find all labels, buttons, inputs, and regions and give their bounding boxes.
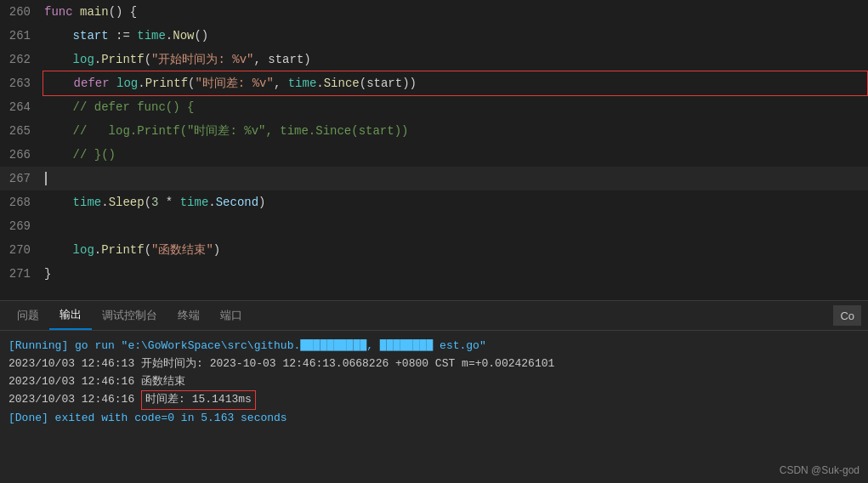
code-line: 262 log.Printf("开始时间为: %v", start) [0, 48, 868, 71]
code-line: 268 time.Sleep(3 * time.Second) [0, 190, 868, 214]
line-number: 267 [0, 167, 44, 190]
token: . [166, 29, 173, 43]
code-line: 269 [0, 214, 868, 238]
token: . [94, 53, 101, 66]
line-number: 265 [0, 119, 44, 143]
code-line: 270 log.Printf("函数结束") [0, 238, 868, 262]
line-content: func main() { [44, 0, 868, 24]
line-content: } [44, 262, 868, 286]
token: ) [213, 243, 220, 257]
token: time [288, 77, 317, 90]
line-content: defer log.Printf("时间差: %v", time.Since(s… [43, 71, 868, 96]
token: () [194, 29, 208, 43]
line-number: 261 [0, 24, 44, 48]
output-line: 2023/10/03 12:46:13 开始时间为: 2023-10-03 12… [9, 355, 859, 373]
token: . [316, 77, 323, 90]
panel: 问题输出调试控制台终端端口 Co [Running] go run "e:\Go… [0, 300, 868, 483]
token: () { [109, 5, 138, 19]
token: // log [44, 124, 130, 138]
token: // defer func() { [44, 100, 194, 114]
line-number: 266 [0, 143, 44, 167]
output-line: 2023/10/03 12:46:16 函数结束 [9, 373, 859, 391]
line-number: 269 [0, 214, 44, 238]
token: (start)) [360, 77, 417, 90]
token: main [80, 5, 109, 19]
token: Printf [101, 243, 144, 257]
code-line: 260func main() { [0, 0, 868, 24]
token: * [158, 196, 179, 209]
token: ( [145, 53, 151, 66]
line-content: // }() [44, 143, 868, 167]
line-content: log.Printf("开始时间为: %v", start) [44, 48, 868, 71]
token: ( [145, 243, 151, 257]
token: . [138, 77, 145, 90]
token: Printf [145, 77, 188, 90]
code-line: 263 defer log.Printf("时间差: %v", time.Sin… [0, 71, 868, 95]
panel-tabs: 问题输出调试控制台终端端口 Co [0, 301, 868, 331]
highlight-box: 时间差: 15.1413ms [141, 390, 256, 410]
line-number: 260 [0, 0, 44, 24]
line-number: 264 [0, 95, 44, 119]
token: func [44, 5, 80, 19]
code-line: 261 start := time.Now() [0, 24, 868, 48]
code-line: 271} [0, 262, 868, 286]
token: , [274, 77, 288, 90]
line-content: // defer func() { [44, 95, 868, 119]
token: . [208, 196, 215, 209]
panel-tab-终端[interactable]: 终端 [167, 301, 210, 330]
output-line: [Running] go run "e:\GoWorkSpace\src\git… [9, 338, 859, 355]
token: "开始时间为: %v" [151, 53, 253, 66]
token: ( [145, 196, 151, 209]
line-number: 270 [0, 238, 44, 262]
token: . [130, 124, 137, 138]
line-number: 271 [0, 262, 44, 286]
line-content: start := time.Now() [44, 24, 868, 48]
token: log [44, 53, 94, 66]
output-line: 2023/10/03 12:46:16 时间差: 15.1413ms [9, 390, 859, 410]
token: time [137, 29, 166, 43]
code-line: 267 [0, 167, 868, 190]
line-content: time.Sleep(3 * time.Second) [44, 190, 868, 214]
token: . [94, 243, 101, 257]
code-line: 266 // }() [0, 143, 868, 167]
token: "函数结束" [151, 243, 213, 257]
csdn-watermark: CSDN @Suk-god [780, 464, 859, 476]
text-cursor [45, 172, 47, 185]
token: time [44, 196, 101, 209]
co-button[interactable]: Co [833, 305, 861, 326]
output-line: [Done] exited with code=0 in 5.163 secon… [9, 410, 859, 428]
token: log [44, 243, 94, 257]
panel-tab-调试控制台[interactable]: 调试控制台 [92, 301, 167, 330]
token: Now [173, 29, 194, 43]
code-editor: 260func main() {261 start := time.Now()2… [0, 0, 868, 300]
panel-tab-端口[interactable]: 端口 [210, 301, 252, 330]
token: time [180, 196, 209, 209]
token: "时间差: %v" [195, 77, 273, 90]
line-number: 262 [0, 48, 44, 71]
panel-tab-输出[interactable]: 输出 [49, 301, 92, 330]
token: start [44, 29, 116, 43]
code-line: 265 // log.Printf("时间差: %v", time.Since(… [0, 119, 868, 143]
line-content: // log.Printf("时间差: %v", time.Since(star… [44, 119, 868, 143]
token: Printf [101, 53, 144, 66]
code-line: 264 // defer func() { [0, 95, 868, 119]
line-number: 268 [0, 190, 44, 214]
token: Printf("时间差: %v", time.Since(start)) [137, 124, 408, 138]
token: } [44, 267, 51, 281]
token: . [101, 196, 108, 209]
token: := [116, 29, 137, 43]
token: log [116, 77, 138, 90]
line-number: 263 [0, 71, 44, 95]
token: Second [216, 196, 258, 209]
token: ) [258, 196, 265, 209]
token: Since [324, 77, 360, 90]
panel-tab-问题[interactable]: 问题 [7, 301, 49, 330]
token: defer [45, 77, 116, 90]
panel-output: [Running] go run "e:\GoWorkSpace\src\git… [0, 331, 868, 483]
line-content: log.Printf("函数结束") [44, 238, 868, 262]
token: Sleep [109, 196, 145, 209]
token: // }() [44, 148, 116, 162]
line-content [44, 167, 868, 190]
token: , start) [253, 53, 310, 66]
